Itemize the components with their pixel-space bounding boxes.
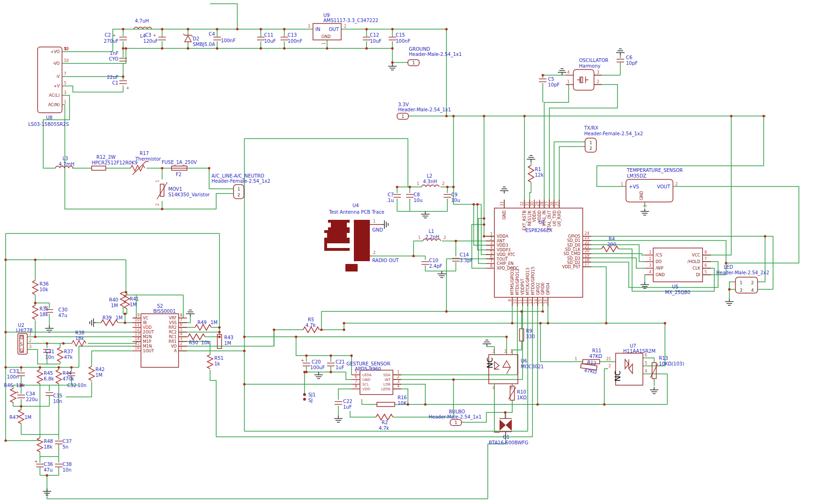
component-c5[interactable]: C5 10pF: [539, 77, 560, 87]
component-r48[interactable]: R48 18k: [37, 438, 53, 452]
component-c37[interactable]: C37 5n: [55, 439, 72, 450]
component-c33[interactable]: C33 100n: [7, 369, 25, 380]
svg-text:1: 1: [575, 357, 577, 361]
component-mov1[interactable]: 1 2 MOV1 S14K350_Varistor: [156, 180, 210, 206]
component-s2-biss0001[interactable]: S2 BISS0001: [133, 303, 187, 367]
pin-label: SCL: [362, 382, 369, 387]
component-c6[interactable]: C6 10pF: [617, 55, 638, 66]
pin-label: /CS: [656, 253, 662, 257]
pin-label: 3: [490, 241, 492, 245]
component-r40[interactable]: R40 1M: [109, 292, 126, 308]
r17-ref: R17: [140, 151, 149, 156]
pin-label: 13: [529, 299, 533, 304]
pin-label: 3: [180, 337, 182, 341]
component-u5-flash[interactable]: U5 MX_25Q80: [645, 248, 711, 295]
component-r16[interactable]: R16 10K: [377, 395, 407, 407]
component-r46[interactable]: R46 12k: [4, 383, 25, 403]
component-u8[interactable]: U8 LS03-15B05SR2S 12107531: [28, 47, 69, 127]
component-r36[interactable]: R36 10k: [32, 280, 49, 295]
component-r39[interactable]: R39 1M: [101, 315, 123, 326]
component-c20[interactable]: + C20 100uF: [301, 358, 325, 370]
component-cyo[interactable]: 1nF CYO: [109, 51, 127, 62]
ground-header[interactable]: GROUND Header-Male-2.54_1x1 1: [408, 47, 462, 66]
component-r5[interactable]: R5 4.7k: [303, 317, 320, 333]
component-c38[interactable]: C38 10n: [55, 462, 72, 473]
component-c22[interactable]: C22 1uF: [335, 399, 352, 410]
component-l3[interactable]: L3 4.7mH: [55, 156, 74, 168]
component-l2[interactable]: 1 2 L2 4.3nH: [417, 173, 445, 187]
component-c12[interactable]: C12 10uF: [363, 32, 382, 44]
component-r47[interactable]: R47 1M: [9, 410, 31, 424]
component-r51[interactable]: R51 1k: [207, 355, 224, 369]
pin-label: 30: [530, 202, 534, 206]
component-l1[interactable]: 1 2 L1 2.2nH: [418, 229, 446, 241]
c36-ref: C36: [44, 462, 53, 467]
pin-label: LDR: [383, 382, 391, 387]
schematic-canvas[interactable]: U8 LS03-15B05SR2S 12107531 +VO -VO -V +V…: [0, 0, 813, 504]
component-r2[interactable]: R2 4.7k: [376, 414, 393, 431]
svg-text:-V: -V: [56, 74, 60, 79]
component-c34[interactable]: + C34 220u: [16, 390, 38, 402]
component-c3[interactable]: C3 + 120uF: [143, 32, 166, 44]
component-c21[interactable]: C21 1uF: [327, 359, 345, 370]
svg-text:1: 1: [510, 349, 513, 354]
component-u7-h11aa1[interactable]: NC 1 2 6 5 4 U7 H11AA1SR2M: [609, 343, 656, 385]
component-u4-antenna[interactable]: U4 Test Antenna PCB Trace 1 GND 2 RADIO …: [324, 203, 399, 271]
c30-value: 47u: [58, 313, 67, 318]
component-c15[interactable]: C15 100nF: [389, 32, 410, 44]
txrx-header[interactable]: TX/RX Header-Female-2.54_1x2 1 2: [584, 125, 643, 152]
l2-value: 4.3nH: [423, 179, 437, 184]
svg-text:1: 1: [412, 61, 415, 65]
r10-ref: R10: [517, 389, 526, 395]
pin-label: 28: [540, 202, 544, 206]
component-c35[interactable]: C35 10n: [46, 393, 63, 404]
component-c9[interactable]: C9 10u: [444, 192, 460, 203]
component-r42[interactable]: R42 1M: [89, 366, 105, 380]
component-r4[interactable]: R4 200: [602, 236, 618, 252]
component-r37[interactable]: R37 47k: [57, 348, 73, 362]
svg-text:2: 2: [504, 349, 507, 354]
component-c31[interactable]: C31 10n: [43, 349, 55, 360]
pin-label: 2: [397, 375, 399, 379]
component-r49[interactable]: R49 1M: [195, 320, 218, 330]
component-c36[interactable]: + C36 47u: [34, 459, 53, 473]
c14-value: 3.3pF: [460, 258, 473, 263]
c8-ref: C8: [414, 192, 420, 197]
component-oscillator[interactable]: OSCILLATOR Harmony 4 1 3 2: [566, 58, 609, 90]
component-c13[interactable]: C13 100nF: [281, 32, 302, 44]
component-r45[interactable]: R45 6.8k: [37, 370, 54, 384]
pin-label: 9: [508, 299, 512, 302]
mov1-value: S14K350_Varistor: [168, 192, 210, 198]
led-header[interactable]: LED Header-Male-2.54_2x2 1 2 3 4: [716, 264, 769, 293]
r36-value: 10k: [39, 287, 48, 292]
svg-text:2: 2: [344, 24, 346, 29]
pin-label: VDDA: [532, 210, 537, 222]
component-c14[interactable]: C14 3.3pF: [452, 252, 473, 263]
u6-value: MOC3021: [521, 364, 544, 369]
component-c1[interactable]: 22uF C1 +: [107, 75, 129, 90]
ground-icon: [438, 271, 446, 278]
d2-value: SMBJ5.0A: [193, 42, 215, 47]
bulbo-header[interactable]: BULBO Header-Male-2.54_1x1 1: [429, 409, 482, 426]
r51-value: 1k: [214, 361, 220, 366]
r9-ref: R9: [526, 328, 532, 333]
r38-ref: R38: [75, 330, 85, 335]
component-sj1[interactable]: SJ1 SJ: [303, 392, 316, 403]
svg-text:+VO: +VO: [51, 49, 60, 54]
component-c8[interactable]: C8 10u: [406, 192, 422, 203]
apds-right-pin-names: SDAINTLDRLEDK: [381, 373, 391, 391]
component-r38[interactable]: R38 18k: [72, 330, 86, 346]
pin-label: VDD: [143, 325, 152, 330]
component-c10[interactable]: C10 2.4pF: [422, 258, 442, 269]
component-r50[interactable]: R50 10k: [188, 334, 210, 345]
component-r41[interactable]: R41 1M: [124, 295, 139, 309]
component-r1[interactable]: R1 12k: [528, 165, 544, 182]
component-c7[interactable]: C7 .1u: [386, 192, 401, 203]
c11-value: 10uF: [264, 39, 276, 44]
component-temp-sensor[interactable]: TEMPERATURE_SENSOR LM35DZ +VS VOUT GND 1…: [621, 168, 683, 207]
component-c11[interactable]: C11 10uF: [257, 32, 276, 44]
ac-header[interactable]: A/C_LINE-A/C_NEUTRO Header-Female-2.54_1…: [211, 173, 270, 199]
v33-header[interactable]: 3.3V Header-Male-2.54_1x1 1: [397, 102, 451, 119]
c7-ref: C7: [388, 192, 394, 197]
u1-bottom-pin-numbers: 910111213141516: [508, 299, 548, 304]
